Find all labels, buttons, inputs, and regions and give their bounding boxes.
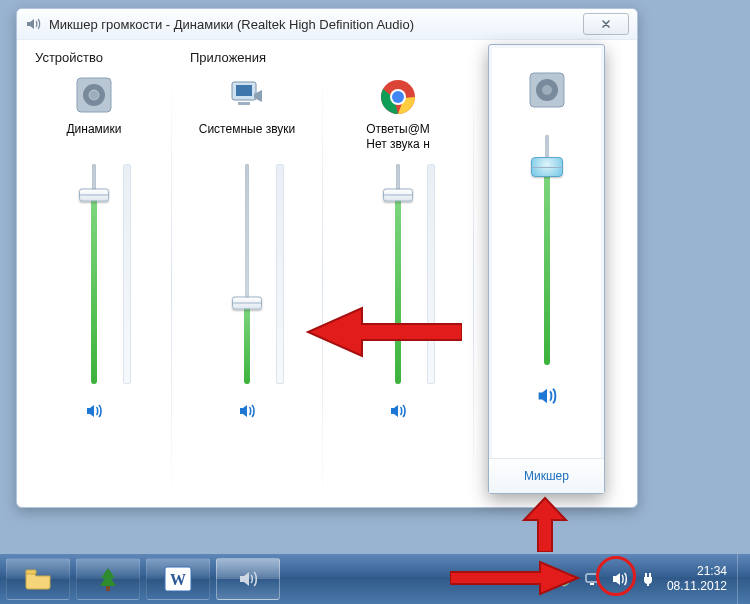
word-icon: W <box>164 566 192 592</box>
sound-on-icon <box>611 570 629 588</box>
speaker-device-icon[interactable] <box>73 74 115 116</box>
plug-icon <box>640 571 656 587</box>
tray-network-icon[interactable] <box>583 570 601 588</box>
svg-rect-23 <box>590 583 594 585</box>
flyout-volume-slider[interactable] <box>524 135 570 365</box>
device-peak-meter <box>123 164 131 384</box>
device-volume-slider[interactable] <box>71 164 117 384</box>
clock-time: 21:34 <box>667 564 727 579</box>
sound-on-icon <box>237 401 257 421</box>
svg-rect-24 <box>647 583 649 586</box>
app-mute-button[interactable] <box>232 398 262 424</box>
chevron-up-icon <box>502 573 514 585</box>
svg-rect-22 <box>586 574 598 582</box>
tray-volume-icon[interactable] <box>611 570 629 588</box>
sound-on-icon <box>388 401 408 421</box>
section-label-device: Устройство <box>17 50 171 68</box>
svg-rect-6 <box>238 102 250 105</box>
tray-show-hidden-icon[interactable] <box>499 570 517 588</box>
app-volume-slider[interactable] <box>375 164 421 384</box>
tray-power-icon[interactable] <box>639 570 657 588</box>
flag-icon <box>528 571 544 587</box>
speaker-device-icon[interactable] <box>526 69 568 111</box>
speaker-icon <box>25 16 41 32</box>
taskbar-app-explorer[interactable] <box>6 558 70 600</box>
app-peak-meter <box>276 164 284 384</box>
svg-point-9 <box>392 91 404 103</box>
taskbar-app-volume-mixer[interactable] <box>216 558 280 600</box>
svg-point-16 <box>542 85 552 95</box>
window-title: Микшер громкости - Динамики (Realtek Hig… <box>49 17 583 32</box>
titlebar[interactable]: Микшер громкости - Динамики (Realtek Hig… <box>17 9 637 40</box>
svg-rect-18 <box>106 586 110 591</box>
app-label: Системные звуки <box>172 122 322 154</box>
sound-on-icon <box>535 384 559 408</box>
device-label: Динамики <box>17 122 171 154</box>
app-peak-meter <box>427 164 435 384</box>
svg-rect-21 <box>531 573 533 585</box>
network-icon <box>584 571 600 587</box>
taskbar: W 21:34 <box>0 554 750 604</box>
clock-date: 08.11.2012 <box>667 579 727 594</box>
volume-flyout: Микшер <box>488 44 605 494</box>
taskbar-clock[interactable]: 21:34 08.11.2012 <box>661 564 737 594</box>
device-mute-button[interactable] <box>79 398 109 424</box>
taskbar-app-word[interactable]: W <box>146 558 210 600</box>
section-label-apps: Приложения <box>172 50 322 68</box>
open-mixer-link[interactable]: Микшер <box>489 458 604 493</box>
taskbar-app-tree[interactable] <box>76 558 140 600</box>
svg-text:W: W <box>170 571 186 588</box>
close-icon <box>600 18 612 30</box>
speaker-icon <box>236 567 260 591</box>
tray-shield-icon[interactable] <box>555 570 573 588</box>
app-label: Ответы@M Нет звука н <box>323 122 473 154</box>
flyout-mute-button[interactable] <box>532 383 562 409</box>
svg-rect-5 <box>236 85 252 96</box>
shield-icon <box>556 571 572 587</box>
app-column-chrome: Ответы@M Нет звука н <box>323 40 473 508</box>
app-column-system-sounds: Приложения Системные звуки <box>172 40 322 508</box>
show-desktop-button[interactable] <box>737 554 750 604</box>
folder-icon <box>24 568 52 590</box>
sound-on-icon <box>84 401 104 421</box>
app-volume-slider[interactable] <box>224 164 270 384</box>
device-section: Устройство Динамики <box>17 40 171 508</box>
app-mute-button[interactable] <box>383 398 413 424</box>
close-button[interactable] <box>583 13 629 35</box>
tray-flag-icon[interactable] <box>527 570 545 588</box>
svg-rect-17 <box>26 570 36 574</box>
system-tray <box>499 570 661 588</box>
chrome-icon[interactable] <box>379 78 417 116</box>
tree-icon <box>96 566 120 592</box>
system-sounds-icon[interactable] <box>226 74 268 116</box>
